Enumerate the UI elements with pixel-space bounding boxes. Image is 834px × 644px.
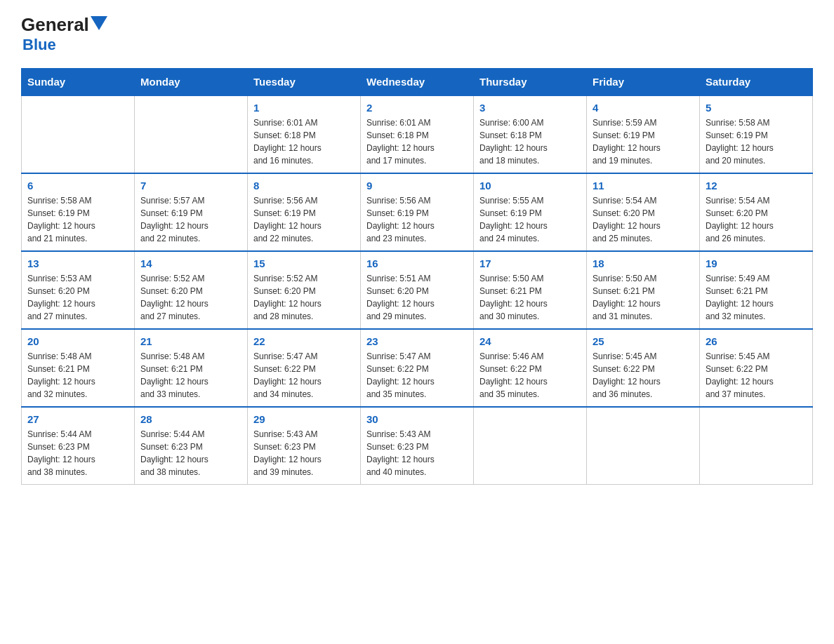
- calendar-day-cell: 11Sunrise: 5:54 AMSunset: 6:20 PMDayligh…: [587, 173, 700, 251]
- day-info: Sunrise: 5:56 AMSunset: 6:19 PMDaylight:…: [253, 194, 355, 245]
- calendar-day-cell: 24Sunrise: 5:46 AMSunset: 6:22 PMDayligh…: [474, 329, 587, 407]
- calendar-table: SundayMondayTuesdayWednesdayThursdayFrid…: [21, 68, 813, 485]
- calendar-week-row: 1Sunrise: 6:01 AMSunset: 6:18 PMDaylight…: [22, 95, 813, 173]
- day-number: 19: [706, 257, 807, 269]
- day-info: Sunrise: 5:44 AMSunset: 6:23 PMDaylight:…: [140, 428, 241, 478]
- day-number: 1: [253, 102, 355, 114]
- day-number: 13: [27, 257, 128, 269]
- day-number: 8: [253, 180, 355, 192]
- day-number: 9: [366, 180, 468, 192]
- day-info: Sunrise: 5:47 AMSunset: 6:22 PMDaylight:…: [253, 350, 355, 401]
- calendar-day-cell: [135, 95, 248, 173]
- day-number: 27: [27, 413, 128, 425]
- day-info: Sunrise: 5:47 AMSunset: 6:22 PMDaylight:…: [366, 350, 468, 401]
- calendar-day-cell: 4Sunrise: 5:59 AMSunset: 6:19 PMDaylight…: [587, 95, 700, 173]
- day-number: 28: [140, 413, 241, 425]
- day-info: Sunrise: 6:01 AMSunset: 6:18 PMDaylight:…: [253, 116, 355, 167]
- day-info: Sunrise: 5:48 AMSunset: 6:21 PMDaylight:…: [27, 350, 128, 401]
- day-info: Sunrise: 5:43 AMSunset: 6:23 PMDaylight:…: [366, 428, 468, 478]
- day-number: 4: [593, 102, 694, 114]
- day-number: 2: [366, 102, 468, 114]
- calendar-day-cell: 3Sunrise: 6:00 AMSunset: 6:18 PMDaylight…: [474, 95, 587, 173]
- calendar-day-cell: 12Sunrise: 5:54 AMSunset: 6:20 PMDayligh…: [700, 173, 813, 251]
- calendar-day-cell: 17Sunrise: 5:50 AMSunset: 6:21 PMDayligh…: [474, 251, 587, 329]
- calendar-day-cell: 5Sunrise: 5:58 AMSunset: 6:19 PMDaylight…: [700, 95, 813, 173]
- logo-blue-text: Blue: [22, 36, 107, 54]
- calendar-day-header: Sunday: [22, 69, 135, 96]
- calendar-day-cell: 10Sunrise: 5:55 AMSunset: 6:19 PMDayligh…: [474, 173, 587, 251]
- day-info: Sunrise: 5:45 AMSunset: 6:22 PMDaylight:…: [706, 350, 807, 401]
- day-number: 7: [140, 180, 241, 192]
- calendar-day-header: Tuesday: [248, 69, 361, 96]
- day-info: Sunrise: 5:50 AMSunset: 6:21 PMDaylight:…: [593, 272, 694, 323]
- calendar-day-header: Thursday: [474, 69, 587, 96]
- calendar-day-header: Friday: [587, 69, 700, 96]
- day-info: Sunrise: 6:00 AMSunset: 6:18 PMDaylight:…: [479, 116, 581, 167]
- day-info: Sunrise: 5:43 AMSunset: 6:23 PMDaylight:…: [253, 428, 355, 478]
- calendar-day-cell: 22Sunrise: 5:47 AMSunset: 6:22 PMDayligh…: [248, 329, 361, 407]
- day-info: Sunrise: 5:54 AMSunset: 6:20 PMDaylight:…: [706, 194, 807, 245]
- calendar-day-header: Monday: [135, 69, 248, 96]
- calendar-day-header: Saturday: [700, 69, 813, 96]
- day-number: 3: [479, 102, 581, 114]
- day-number: 25: [593, 335, 694, 347]
- day-number: 24: [479, 335, 581, 347]
- day-number: 30: [366, 413, 468, 425]
- day-info: Sunrise: 5:45 AMSunset: 6:22 PMDaylight:…: [593, 350, 694, 401]
- day-info: Sunrise: 5:48 AMSunset: 6:21 PMDaylight:…: [140, 350, 241, 401]
- day-number: 10: [479, 180, 581, 192]
- logo-triangle-icon: [91, 16, 107, 30]
- day-number: 12: [706, 180, 807, 192]
- day-number: 23: [366, 335, 468, 347]
- calendar-week-row: 6Sunrise: 5:58 AMSunset: 6:19 PMDaylight…: [22, 173, 813, 251]
- day-info: Sunrise: 5:53 AMSunset: 6:20 PMDaylight:…: [27, 272, 128, 323]
- calendar-day-cell: 15Sunrise: 5:52 AMSunset: 6:20 PMDayligh…: [248, 251, 361, 329]
- day-info: Sunrise: 5:49 AMSunset: 6:21 PMDaylight:…: [706, 272, 807, 323]
- calendar-day-cell: 28Sunrise: 5:44 AMSunset: 6:23 PMDayligh…: [135, 407, 248, 485]
- calendar-day-cell: 16Sunrise: 5:51 AMSunset: 6:20 PMDayligh…: [361, 251, 474, 329]
- day-number: 15: [253, 257, 355, 269]
- calendar-day-cell: 26Sunrise: 5:45 AMSunset: 6:22 PMDayligh…: [700, 329, 813, 407]
- day-number: 5: [706, 102, 807, 114]
- day-info: Sunrise: 5:51 AMSunset: 6:20 PMDaylight:…: [366, 272, 468, 323]
- calendar-day-cell: [22, 95, 135, 173]
- day-info: Sunrise: 5:54 AMSunset: 6:20 PMDaylight:…: [593, 194, 694, 245]
- calendar-day-cell: 19Sunrise: 5:49 AMSunset: 6:21 PMDayligh…: [700, 251, 813, 329]
- calendar-day-cell: 8Sunrise: 5:56 AMSunset: 6:19 PMDaylight…: [248, 173, 361, 251]
- day-number: 14: [140, 257, 241, 269]
- day-number: 11: [593, 180, 694, 192]
- day-number: 16: [366, 257, 468, 269]
- day-number: 22: [253, 335, 355, 347]
- calendar-day-cell: 29Sunrise: 5:43 AMSunset: 6:23 PMDayligh…: [248, 407, 361, 485]
- calendar-day-cell: [587, 407, 700, 485]
- day-info: Sunrise: 5:44 AMSunset: 6:23 PMDaylight:…: [27, 428, 128, 478]
- day-info: Sunrise: 5:58 AMSunset: 6:19 PMDaylight:…: [27, 194, 128, 245]
- day-info: Sunrise: 6:01 AMSunset: 6:18 PMDaylight:…: [366, 116, 468, 167]
- calendar-day-cell: 23Sunrise: 5:47 AMSunset: 6:22 PMDayligh…: [361, 329, 474, 407]
- calendar-week-row: 27Sunrise: 5:44 AMSunset: 6:23 PMDayligh…: [22, 407, 813, 485]
- logo: General Blue: [21, 14, 107, 54]
- calendar-day-cell: 18Sunrise: 5:50 AMSunset: 6:21 PMDayligh…: [587, 251, 700, 329]
- calendar-day-cell: 7Sunrise: 5:57 AMSunset: 6:19 PMDaylight…: [135, 173, 248, 251]
- calendar-day-cell: 2Sunrise: 6:01 AMSunset: 6:18 PMDaylight…: [361, 95, 474, 173]
- calendar-day-cell: 9Sunrise: 5:56 AMSunset: 6:19 PMDaylight…: [361, 173, 474, 251]
- day-number: 18: [593, 257, 694, 269]
- calendar-day-cell: 1Sunrise: 6:01 AMSunset: 6:18 PMDaylight…: [248, 95, 361, 173]
- day-info: Sunrise: 5:52 AMSunset: 6:20 PMDaylight:…: [253, 272, 355, 323]
- day-info: Sunrise: 5:55 AMSunset: 6:19 PMDaylight:…: [479, 194, 581, 245]
- calendar-day-cell: [700, 407, 813, 485]
- calendar-day-cell: 6Sunrise: 5:58 AMSunset: 6:19 PMDaylight…: [22, 173, 135, 251]
- day-number: 21: [140, 335, 241, 347]
- day-number: 17: [479, 257, 581, 269]
- calendar-day-cell: 25Sunrise: 5:45 AMSunset: 6:22 PMDayligh…: [587, 329, 700, 407]
- calendar-day-cell: 13Sunrise: 5:53 AMSunset: 6:20 PMDayligh…: [22, 251, 135, 329]
- calendar-day-cell: 21Sunrise: 5:48 AMSunset: 6:21 PMDayligh…: [135, 329, 248, 407]
- day-info: Sunrise: 5:50 AMSunset: 6:21 PMDaylight:…: [479, 272, 581, 323]
- page-header: General Blue: [21, 14, 813, 54]
- calendar-header-row: SundayMondayTuesdayWednesdayThursdayFrid…: [22, 69, 813, 96]
- day-info: Sunrise: 5:46 AMSunset: 6:22 PMDaylight:…: [479, 350, 581, 401]
- calendar-week-row: 13Sunrise: 5:53 AMSunset: 6:20 PMDayligh…: [22, 251, 813, 329]
- calendar-day-header: Wednesday: [361, 69, 474, 96]
- logo-general-text: General: [21, 14, 89, 36]
- calendar-day-cell: [474, 407, 587, 485]
